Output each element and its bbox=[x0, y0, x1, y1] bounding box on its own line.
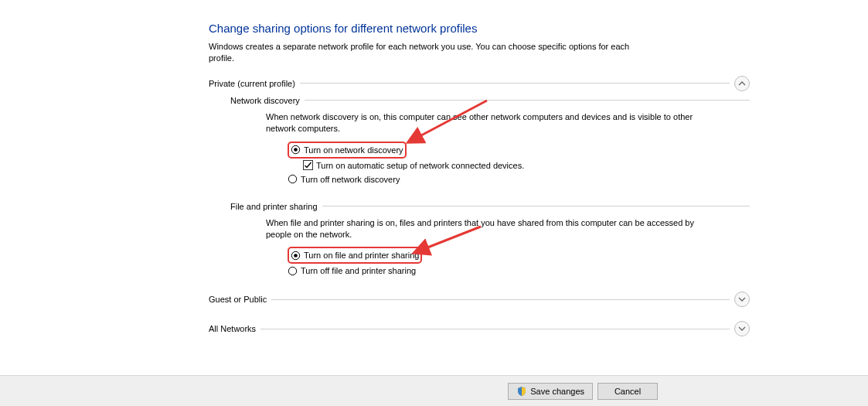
checkbox-label: Turn on automatic setup of network conne… bbox=[316, 159, 524, 172]
cancel-button[interactable]: Cancel bbox=[597, 383, 658, 400]
file-printer-text: When file and printer sharing is on, fil… bbox=[266, 217, 699, 241]
network-discovery-heading: Network discovery bbox=[230, 96, 300, 105]
radio-network-discovery-on[interactable]: Turn on network discovery bbox=[288, 142, 750, 159]
collapse-private-button[interactable] bbox=[734, 76, 750, 91]
svg-point-3 bbox=[288, 175, 296, 183]
subsection-file-printer-sharing: File and printer sharing When file and p… bbox=[230, 202, 750, 278]
radio-network-discovery-off[interactable]: Turn off network discovery bbox=[288, 172, 750, 186]
svg-rect-2 bbox=[304, 161, 313, 170]
divider bbox=[305, 100, 750, 101]
svg-point-1 bbox=[294, 148, 298, 152]
subsection-network-discovery: Network discovery When network discovery… bbox=[230, 96, 750, 186]
chevron-down-icon bbox=[738, 325, 746, 333]
checkbox-checked-icon bbox=[303, 160, 313, 170]
file-printer-heading: File and printer sharing bbox=[230, 202, 318, 211]
divider bbox=[260, 329, 730, 329]
divider bbox=[271, 299, 730, 300]
radio-selected-icon bbox=[291, 145, 301, 155]
section-private-label: Private (current profile) bbox=[209, 79, 295, 88]
section-guest-label: Guest or Public bbox=[209, 295, 267, 304]
svg-point-5 bbox=[294, 254, 298, 258]
expand-guest-button[interactable] bbox=[734, 292, 750, 307]
radio-label: Turn off file and printer sharing bbox=[301, 264, 416, 278]
button-label: Cancel bbox=[614, 387, 641, 396]
svg-point-6 bbox=[288, 267, 296, 275]
section-private: Private (current profile) bbox=[209, 76, 750, 91]
radio-label: Turn on file and printer sharing bbox=[304, 248, 419, 262]
page-description: Windows creates a separate network profi… bbox=[209, 41, 649, 65]
radio-file-printer-on[interactable]: Turn on file and printer sharing bbox=[288, 247, 750, 264]
divider bbox=[300, 83, 730, 84]
checkbox-auto-setup[interactable]: Turn on automatic setup of network conne… bbox=[303, 159, 750, 172]
network-discovery-text: When network discovery is on, this compu… bbox=[266, 111, 699, 135]
radio-selected-icon bbox=[291, 251, 301, 261]
annotation-highlight: Turn on network discovery bbox=[288, 142, 407, 159]
radio-file-printer-off[interactable]: Turn off file and printer sharing bbox=[288, 264, 750, 278]
section-all-label: All Networks bbox=[209, 324, 256, 333]
radio-unselected-icon bbox=[288, 174, 298, 184]
shield-icon bbox=[516, 386, 527, 397]
save-changes-button[interactable]: Save changes bbox=[508, 383, 593, 400]
section-all-networks: All Networks bbox=[209, 321, 750, 336]
divider bbox=[322, 206, 750, 206]
annotation-highlight: Turn on file and printer sharing bbox=[288, 247, 422, 264]
main-content: Change sharing options for different net… bbox=[209, 22, 750, 339]
expand-all-button[interactable] bbox=[734, 321, 750, 336]
chevron-up-icon bbox=[738, 80, 746, 87]
radio-label: Turn off network discovery bbox=[301, 172, 400, 186]
page-title: Change sharing options for different net… bbox=[209, 22, 750, 35]
section-guest-public: Guest or Public bbox=[209, 292, 750, 307]
radio-unselected-icon bbox=[288, 266, 298, 276]
button-label: Save changes bbox=[530, 387, 584, 396]
radio-label: Turn on network discovery bbox=[304, 143, 403, 157]
chevron-down-icon bbox=[738, 295, 746, 303]
button-bar: Save changes Cancel bbox=[0, 375, 868, 406]
